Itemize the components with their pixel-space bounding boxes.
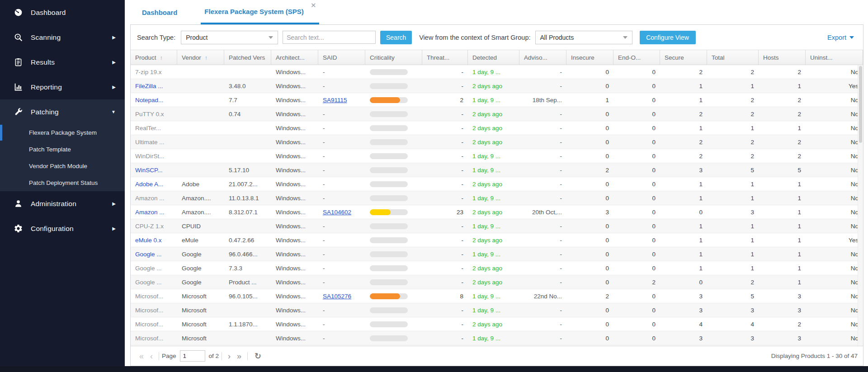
total-count: 1 <box>707 121 759 135</box>
secure-count: 3 <box>660 163 707 177</box>
search-type-select[interactable]: Product <box>181 31 278 44</box>
prev-page-icon[interactable]: ‹ <box>150 352 153 360</box>
table-row[interactable]: Google ...Google96.0.466...Windows...--1… <box>131 247 863 261</box>
said-link[interactable]: SA91115 <box>318 93 365 107</box>
sidebar-item-patch-deployment-status[interactable]: Patch Deployment Status <box>0 174 125 191</box>
sort-asc-icon: ↑ <box>160 54 163 61</box>
criticality-bar <box>370 139 408 145</box>
table-row[interactable]: Microsof...Microsoft96.0.105...Windows..… <box>131 289 863 303</box>
column-header-architecture[interactable]: Architect... <box>271 50 318 65</box>
table-row[interactable]: RealTer...Windows...--2 days ago-00111No <box>131 121 863 135</box>
product-link[interactable]: Google ... <box>131 247 177 261</box>
table-row[interactable]: Microsof...MicrosoftWindows...--1 day, 9… <box>131 331 863 345</box>
column-header-criticality[interactable]: Criticality <box>365 50 422 65</box>
table-row[interactable]: Microsof...MicrosoftWindows...--1 day, 9… <box>131 303 863 317</box>
column-header-hosts[interactable]: Hosts <box>759 50 806 65</box>
table-row[interactable]: Google ...GoogleProduct ...Windows...--2… <box>131 275 863 289</box>
architecture: Windows... <box>271 79 318 93</box>
detected-time: 2 days ago <box>468 275 519 289</box>
end-of-life-count: 0 <box>613 163 660 177</box>
table-row[interactable]: Amazon ...Amazon....11.0.13.8.1Windows..… <box>131 191 863 205</box>
threat-score: - <box>422 317 468 331</box>
sidebar-item-results[interactable]: Results ▶ <box>0 50 125 75</box>
criticality-bar <box>370 97 408 103</box>
column-header-product[interactable]: Product↑ <box>131 50 177 65</box>
insecure-count: 0 <box>566 303 613 317</box>
end-of-life-count: 0 <box>613 233 660 247</box>
sidebar-item-reporting[interactable]: Reporting ▶ <box>0 75 125 99</box>
uninstallable-flag: No <box>806 177 863 191</box>
table-row[interactable]: FileZilla ...3.48.0Windows...--2 days ag… <box>131 79 863 93</box>
criticality-bar <box>370 195 408 201</box>
advisory-date: 22nd No... <box>519 289 566 303</box>
total-count: 2 <box>707 93 759 107</box>
grid-body: 7-zip 19.xWindows...--1 day, 9 ...-00222… <box>131 65 863 346</box>
table-row[interactable]: PuTTY 0.x0.74Windows...--2 days ago-0022… <box>131 107 863 121</box>
table-row[interactable]: CPU-Z 1.xCPUIDWindows...--1 day, 9 ...-0… <box>131 219 863 233</box>
sidebar-item-administration[interactable]: Administration ▶ <box>0 191 125 216</box>
product-link[interactable]: Notepad... <box>131 93 177 107</box>
said-link[interactable]: SA105276 <box>318 289 365 303</box>
column-header-detected[interactable]: Detected <box>468 50 519 65</box>
product-link[interactable]: Adobe A... <box>131 177 177 191</box>
column-header-said[interactable]: SAID <box>318 50 365 65</box>
sidebar-item-patch-template[interactable]: Patch Template <box>0 141 125 158</box>
product-link[interactable]: eMule 0.x <box>131 233 177 247</box>
column-header-total[interactable]: Total <box>707 50 759 65</box>
tab-dashboard[interactable]: Dashboard <box>138 0 181 24</box>
configure-view-button[interactable]: Configure View <box>640 31 696 44</box>
column-header-secure[interactable]: Secure <box>660 50 707 65</box>
vendor-name <box>177 93 224 107</box>
table-row[interactable]: Google ...Google7.3.3Windows...--2 days … <box>131 261 863 275</box>
product-link[interactable]: Amazon ... <box>131 205 177 219</box>
tab-flexera-package-system[interactable]: Flexera Package System (SPS) ✕ <box>201 0 319 24</box>
column-header-end_of_life[interactable]: End-O... <box>613 50 660 65</box>
table-row[interactable]: Microsof...Microsoft1.1.1870...Windows..… <box>131 317 863 331</box>
column-header-advisory[interactable]: Adviso... <box>519 50 566 65</box>
close-icon[interactable]: ✕ <box>311 1 316 9</box>
said-value: - <box>318 79 365 93</box>
detected-time: 1 day, 9 ... <box>468 191 519 205</box>
page-input[interactable] <box>180 350 205 362</box>
said-link[interactable]: SA104602 <box>318 205 365 219</box>
last-page-icon[interactable]: » <box>237 352 241 360</box>
table-row[interactable]: Amazon ...Amazon....8.312.07.1Windows...… <box>131 205 863 219</box>
column-header-patched_version[interactable]: Patched Vers <box>224 50 271 65</box>
table-row[interactable]: Notepad...7.7Windows...SA9111521 day, 9 … <box>131 93 863 107</box>
sidebar-item-scanning[interactable]: Scanning ▶ <box>0 25 125 50</box>
detected-time: 2 days ago <box>468 135 519 149</box>
criticality-cell <box>365 65 422 79</box>
total-count: 5 <box>707 163 759 177</box>
scrollbar-thumb[interactable] <box>859 66 862 143</box>
vertical-scrollbar[interactable] <box>858 65 863 346</box>
column-header-vendor[interactable]: Vendor↑ <box>177 50 224 65</box>
criticality-cell <box>365 107 422 121</box>
table-row[interactable]: Adobe A...Adobe21.007.2...Windows...--2 … <box>131 177 863 191</box>
table-row[interactable]: eMule 0.xeMule0.47.2.66Windows...--2 day… <box>131 233 863 247</box>
uninstallable-flag: No <box>806 163 863 177</box>
sidebar-item-configuration[interactable]: Configuration ▶ <box>0 216 125 241</box>
table-row[interactable]: 7-zip 19.xWindows...--1 day, 9 ...-00222… <box>131 65 863 79</box>
search-button[interactable]: Search <box>380 31 412 44</box>
column-header-uninstallable[interactable]: Uninst... <box>806 50 863 65</box>
product-link[interactable]: WinSCP... <box>131 163 177 177</box>
column-header-insecure[interactable]: Insecure <box>566 50 613 65</box>
advisory-date: - <box>519 317 566 331</box>
table-row[interactable]: WinDirSt...Windows...--1 day, 9 ...-0022… <box>131 149 863 163</box>
sidebar-item-vendor-patch-module[interactable]: Vendor Patch Module <box>0 158 125 174</box>
column-header-threat_score[interactable]: Threat... <box>422 50 468 65</box>
product-link[interactable]: FileZilla ... <box>131 79 177 93</box>
smart-group-select[interactable]: All Products <box>535 31 632 44</box>
sidebar-item-flexera-package-system[interactable]: Flexera Package System <box>0 124 125 141</box>
uninstallable-flag: Yes <box>806 233 863 247</box>
sidebar-item-dashboard[interactable]: Dashboard <box>0 0 125 25</box>
first-page-icon[interactable]: « <box>139 352 144 360</box>
sidebar-item-patching[interactable]: Patching ▼ <box>0 99 125 124</box>
refresh-icon[interactable]: ↻ <box>255 352 261 360</box>
end-of-life-count: 2 <box>613 275 660 289</box>
next-page-icon[interactable]: › <box>228 352 231 360</box>
table-row[interactable]: Ultimate ...Windows...--2 days ago-00222… <box>131 135 863 149</box>
export-button[interactable]: Export <box>827 34 854 41</box>
search-input[interactable] <box>283 31 376 44</box>
table-row[interactable]: WinSCP...5.17.10Windows...--1 day, 9 ...… <box>131 163 863 177</box>
